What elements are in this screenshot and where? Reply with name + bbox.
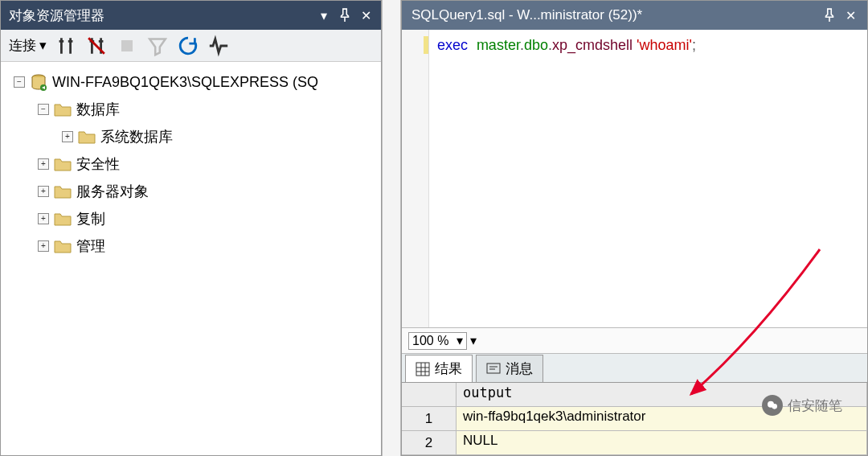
results-corner[interactable] — [402, 383, 457, 407]
object-explorer-toolbar: 连接 ▾ — [1, 30, 381, 62]
watermark-text: 信安随笔 — [788, 396, 842, 415]
watermark: 信安随笔 — [762, 395, 842, 416]
modified-line-marker — [424, 36, 428, 54]
expand-icon[interactable]: + — [38, 158, 49, 170]
object-explorer-panel: 对象资源管理器 ▾ ✕ 连接 ▾ − — [0, 0, 382, 456]
results-row[interactable]: 2 NULL — [402, 431, 867, 455]
expand-icon[interactable]: + — [38, 213, 49, 224]
svg-rect-0 — [121, 40, 133, 51]
editor-gutter — [402, 30, 429, 327]
object-explorer-titlebar: 对象资源管理器 ▾ ✕ — [1, 1, 381, 30]
tree-serverobjects-node[interactable]: + 服务器对象 — [6, 178, 376, 205]
dropdown-icon[interactable]: ▾ — [317, 8, 331, 23]
refresh-icon[interactable] — [177, 35, 199, 57]
tree-systemdb-node[interactable]: + 系统数据库 — [6, 123, 376, 150]
wechat-icon — [762, 395, 783, 416]
tree-label: 系统数据库 — [100, 127, 173, 146]
folder-icon — [54, 101, 72, 117]
sql-str: whoami — [639, 37, 689, 53]
tree-management-node[interactable]: + 管理 — [6, 232, 376, 260]
chevron-down-icon: ▾ — [39, 37, 47, 54]
message-icon — [486, 362, 501, 376]
tree-label: 数据库 — [76, 100, 120, 119]
object-explorer-tree[interactable]: − WIN-FFA9BQ1QEK3\SQLEXPRESS (SQ − 数据库 +… — [1, 62, 381, 455]
folder-icon — [54, 183, 72, 199]
connect-dropdown[interactable]: 连接 ▾ — [9, 36, 47, 55]
document-tab[interactable]: SQLQuery1.sql - W...ministrator (52))* ✕ — [402, 1, 867, 30]
zoom-bar: 100 % ▾ ▾ — [402, 327, 867, 353]
sql-proc: xp_cmdshell — [552, 37, 633, 53]
close-icon[interactable]: ✕ — [358, 8, 373, 23]
tab-results[interactable]: 结果 — [405, 355, 473, 382]
panel-divider[interactable] — [382, 0, 401, 456]
results-row-number[interactable]: 1 — [402, 407, 457, 431]
activity-icon[interactable] — [207, 35, 230, 57]
close-icon[interactable]: ✕ — [843, 8, 858, 23]
pin-icon[interactable] — [338, 8, 352, 23]
results-cell[interactable]: NULL — [457, 431, 867, 455]
tree-label: 复制 — [76, 209, 105, 228]
sql-semi: ; — [692, 37, 696, 53]
tree-label: 安全性 — [76, 154, 120, 174]
expand-icon[interactable]: + — [38, 186, 49, 197]
tree-databases-node[interactable]: − 数据库 — [6, 96, 376, 123]
folder-icon — [54, 238, 72, 254]
tab-messages[interactable]: 消息 — [476, 355, 543, 382]
results-grid[interactable]: output 1 win-ffa9bq1qek3\administrator 2… — [402, 382, 867, 455]
object-explorer-title: 对象资源管理器 — [9, 6, 104, 25]
expand-icon[interactable]: + — [38, 240, 49, 252]
svg-rect-3 — [416, 363, 429, 376]
sql-editor[interactable]: exec master.dbo.xp_cmdshell 'whoami'; — [402, 30, 867, 327]
zoom-dropdown[interactable]: 100 % ▾ — [408, 332, 467, 350]
editor-content[interactable]: exec master.dbo.xp_cmdshell 'whoami'; — [429, 30, 704, 327]
chevron-down-icon: ▾ — [457, 333, 463, 348]
collapse-icon[interactable]: − — [14, 76, 25, 88]
sql-keyword: exec — [437, 37, 468, 53]
folder-icon — [78, 129, 96, 145]
svg-point-6 — [772, 404, 777, 409]
zoom-separator: ▾ — [470, 333, 477, 348]
database-server-icon — [30, 73, 47, 91]
tree-replication-node[interactable]: + 复制 — [6, 205, 376, 232]
sql-ident: dbo — [524, 37, 548, 53]
folder-icon — [54, 211, 72, 227]
collapse-icon[interactable]: − — [38, 104, 49, 115]
stop-icon[interactable] — [116, 35, 138, 57]
pin-icon[interactable] — [822, 8, 837, 23]
query-editor-panel: SQLQuery1.sql - W...ministrator (52))* ✕… — [401, 0, 868, 456]
results-row-number[interactable]: 2 — [402, 431, 457, 455]
result-tabs: 结果 消息 — [402, 353, 867, 382]
grid-icon — [416, 362, 430, 376]
tree-label: WIN-FFA9BQ1QEK3\SQLEXPRESS (SQ — [52, 74, 318, 91]
tree-security-node[interactable]: + 安全性 — [6, 150, 376, 178]
tree-label: 管理 — [76, 236, 105, 256]
connect-icon[interactable] — [55, 35, 77, 57]
svg-rect-4 — [487, 364, 500, 373]
sql-ident: master — [477, 37, 520, 53]
tree-label: 服务器对象 — [76, 182, 149, 201]
disconnect-icon[interactable] — [85, 35, 108, 57]
folder-icon — [54, 156, 72, 172]
tree-server-node[interactable]: − WIN-FFA9BQ1QEK3\SQLEXPRESS (SQ — [6, 68, 376, 96]
document-title: SQLQuery1.sql - W...ministrator (52))* — [411, 7, 642, 23]
filter-icon[interactable] — [146, 35, 169, 57]
expand-icon[interactable]: + — [62, 131, 73, 142]
